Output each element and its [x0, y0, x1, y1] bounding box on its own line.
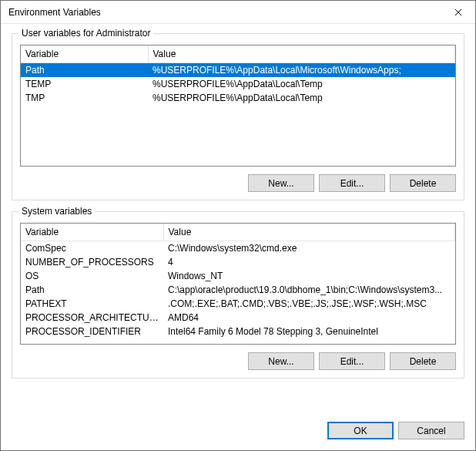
cell-value: AMD64 [163, 311, 455, 325]
user-variables-title: User variables for Administrator [18, 28, 153, 39]
cancel-button[interactable]: Cancel [398, 422, 464, 439]
close-button[interactable] [441, 1, 475, 24]
table-row[interactable]: Path %USERPROFILE%\AppData\Local\Microso… [21, 63, 455, 78]
ok-button[interactable]: OK [327, 422, 394, 439]
system-variables-group: System variables Variable Value ComSpec [12, 211, 464, 379]
system-variables-title: System variables [18, 206, 95, 217]
dialog-buttons-row: OK Cancel [1, 422, 475, 450]
cell-variable: NUMBER_OF_PROCESSORS [21, 255, 163, 269]
system-variables-table: Variable Value ComSpec C:\Windows\system… [21, 224, 455, 338]
table-row[interactable]: PATHEXT .COM;.EXE;.BAT;.CMD;.VBS;.VBE;.J… [21, 297, 455, 311]
user-new-button[interactable]: New... [248, 174, 314, 192]
content-area: User variables for Administrator Variabl… [1, 24, 475, 422]
system-new-button[interactable]: New... [248, 352, 314, 370]
user-variables-group: User variables for Administrator Variabl… [12, 33, 464, 200]
system-edit-button[interactable]: Edit... [319, 352, 385, 370]
system-buttons-row: New... Edit... Delete [20, 352, 456, 370]
titlebar: Environment Variables [1, 1, 475, 24]
environment-variables-dialog: Environment Variables User variables for… [0, 0, 476, 451]
cell-value: %USERPROFILE%\AppData\Local\Microsoft\Wi… [148, 63, 455, 78]
cell-variable: Path [21, 63, 148, 78]
cell-value: 4 [163, 255, 455, 269]
cell-value: Windows_NT [163, 269, 455, 283]
user-delete-button[interactable]: Delete [390, 174, 456, 192]
table-row[interactable]: PROCESSOR_ARCHITECTURE AMD64 [21, 311, 455, 325]
cell-value: Intel64 Family 6 Model 78 Stepping 3, Ge… [163, 325, 455, 338]
cell-variable: TEMP [21, 77, 148, 91]
cell-variable: PROCESSOR_IDENTIFIER [21, 325, 163, 338]
cell-value: C:\Windows\system32\cmd.exe [163, 241, 455, 256]
table-row[interactable]: ComSpec C:\Windows\system32\cmd.exe [21, 241, 455, 256]
table-row[interactable]: NUMBER_OF_PROCESSORS 4 [21, 255, 455, 269]
user-col-value[interactable]: Value [148, 45, 455, 63]
system-delete-button[interactable]: Delete [390, 352, 456, 370]
system-col-value[interactable]: Value [163, 224, 455, 241]
table-row[interactable]: TMP %USERPROFILE%\AppData\Local\Temp [21, 91, 455, 105]
cell-variable: TMP [21, 91, 148, 105]
cell-value: %USERPROFILE%\AppData\Local\Temp [148, 91, 455, 105]
system-col-variable[interactable]: Variable [21, 224, 163, 241]
cell-variable: PROCESSOR_ARCHITECTURE [21, 311, 163, 325]
cell-variable: ComSpec [21, 241, 163, 256]
cell-value: .COM;.EXE;.BAT;.CMD;.VBS;.VBE;.JS;.JSE;.… [163, 297, 455, 311]
close-icon [454, 8, 462, 16]
user-edit-button[interactable]: Edit... [319, 174, 385, 192]
table-row[interactable]: PROCESSOR_IDENTIFIER Intel64 Family 6 Mo… [21, 325, 455, 338]
table-row[interactable]: Path C:\app\oracle\product\19.3.0\dbhome… [21, 283, 455, 297]
user-variables-scroll[interactable]: Variable Value Path %USERPROFILE%\AppDat… [21, 45, 455, 166]
cell-variable: Path [21, 283, 163, 297]
system-variables-table-wrapper: Variable Value ComSpec C:\Windows\system… [20, 223, 456, 345]
user-variables-table-wrapper: Variable Value Path %USERPROFILE%\AppDat… [20, 45, 456, 167]
cell-variable: PATHEXT [21, 297, 163, 311]
window-title: Environment Variables [8, 7, 441, 18]
user-col-variable[interactable]: Variable [21, 45, 148, 63]
user-buttons-row: New... Edit... Delete [20, 174, 456, 192]
system-variables-scroll[interactable]: Variable Value ComSpec C:\Windows\system… [21, 224, 455, 344]
user-variables-table: Variable Value Path %USERPROFILE%\AppDat… [21, 45, 455, 105]
cell-variable: OS [21, 269, 163, 283]
cell-value: %USERPROFILE%\AppData\Local\Temp [148, 77, 455, 91]
cell-value: C:\app\oracle\product\19.3.0\dbhome_1\bi… [163, 283, 455, 297]
table-row[interactable]: OS Windows_NT [21, 269, 455, 283]
table-row[interactable]: TEMP %USERPROFILE%\AppData\Local\Temp [21, 77, 455, 91]
